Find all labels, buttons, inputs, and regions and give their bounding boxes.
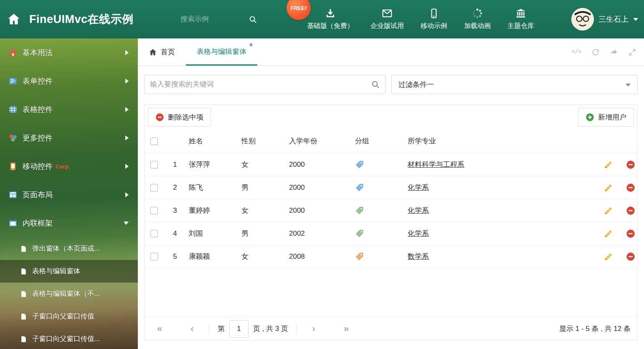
chevron-right-icon — [125, 135, 129, 140]
edit-button[interactable] — [604, 206, 613, 215]
page-number-input[interactable] — [229, 320, 248, 338]
sidebar-subitem-label: 子窗口向父窗口传值 — [32, 312, 94, 321]
cell-year: 2002 — [287, 222, 352, 245]
cell-name: 康颖颖 — [186, 245, 239, 268]
delete-button[interactable] — [626, 206, 635, 215]
sidebar-item-grid-controls[interactable]: 表格控件 — [0, 95, 138, 124]
major-link[interactable]: 化学系 — [408, 206, 429, 214]
major-link[interactable]: 数学系 — [408, 252, 429, 260]
iframe-icon — [8, 219, 18, 228]
minus-circle-icon — [155, 113, 164, 122]
tab-home[interactable]: 首页 — [138, 38, 186, 66]
sidebar-subitem-popup-window[interactable]: 弹出窗体（本页面或... — [0, 237, 138, 260]
sidebar-subitem-grid-edit-window[interactable]: 表格与编辑窗体 — [0, 260, 138, 283]
cell-name: 刘国 — [186, 222, 239, 245]
plus-circle-icon — [586, 113, 594, 122]
filter-dropdown[interactable]: 过滤条件一 — [391, 75, 638, 94]
nav-item-mobile-demo[interactable]: 移动示例 — [421, 8, 447, 31]
select-all-checkbox[interactable] — [150, 138, 158, 145]
last-page-button[interactable]: » — [338, 324, 355, 334]
tab-label: 表格与编辑窗体 — [197, 47, 246, 56]
search-icon[interactable] — [248, 15, 257, 24]
refresh-icon[interactable] — [591, 48, 600, 56]
edit-button[interactable] — [604, 252, 613, 261]
sidebar-item-basic-usage[interactable]: 基本用法 — [0, 38, 138, 67]
sidebar-item-label: 表单控件 — [23, 76, 53, 86]
sidebar-subitem-child-to-parent-2[interactable]: 子窗口向父窗口传值... — [0, 328, 138, 349]
delete-button[interactable] — [626, 160, 635, 169]
row-checkbox[interactable] — [150, 230, 158, 237]
row-checkbox[interactable] — [150, 184, 158, 191]
envelope-icon — [382, 8, 393, 19]
major-link[interactable]: 化学系 — [408, 183, 429, 191]
button-label: 删除选中项 — [168, 112, 203, 122]
table-row: 4 刘国 男 2002 化学系 — [145, 222, 637, 245]
search-icon[interactable] — [371, 80, 380, 89]
tab-grid-edit-window[interactable]: 表格与编辑窗体 × — [186, 38, 257, 66]
keyword-search — [144, 75, 385, 94]
close-icon[interactable]: × — [249, 42, 253, 48]
cell-year: 2000 — [287, 199, 352, 222]
divider — [209, 324, 209, 334]
major-link[interactable]: 化学系 — [408, 229, 429, 237]
home-icon — [7, 12, 21, 26]
add-user-button[interactable]: 新增用户 — [578, 108, 634, 127]
nav-item-label: 基础版（免费） — [307, 22, 354, 31]
user-menu[interactable]: 三生石上 — [571, 0, 638, 38]
spinner-icon — [472, 8, 483, 19]
open-in-new-icon[interactable] — [610, 48, 618, 56]
first-page-button[interactable]: « — [151, 324, 168, 334]
chevron-right-icon — [125, 192, 129, 197]
delete-button[interactable] — [626, 252, 635, 261]
main-area: 首页 表格与编辑窗体 × </> 过滤条件一 — [138, 38, 644, 349]
minus-circle-icon — [626, 206, 635, 215]
nav-item-theme-store[interactable]: 主题仓库 — [507, 8, 534, 31]
sidebar-item-iframe[interactable]: 内联框架 — [0, 209, 138, 237]
content: 过滤条件一 删除选中项 新增用户 — [138, 66, 644, 349]
sidebar-subitem-child-to-parent[interactable]: 子窗口向父窗口传值 — [0, 305, 138, 328]
row-index: 4 — [164, 222, 186, 245]
row-index: 3 — [164, 199, 186, 222]
header-search-input[interactable] — [180, 15, 248, 24]
sidebar-subitem-grid-edit-window-2[interactable]: 表格与编辑窗体（不... — [0, 283, 138, 305]
column-major: 所学专业 — [405, 130, 591, 153]
edit-button[interactable] — [604, 229, 613, 238]
tab-tools: </> — [571, 38, 636, 66]
nav-item-loading-animations[interactable]: 加载动画 — [464, 8, 491, 31]
fullscreen-icon[interactable] — [628, 48, 636, 56]
minus-circle-icon — [626, 229, 635, 238]
tab-bar: 首页 表格与编辑窗体 × </> — [138, 38, 644, 66]
shapes-icon — [8, 133, 18, 143]
edit-button[interactable] — [604, 183, 613, 192]
sidebar-item-mobile-controls[interactable]: 移动控件 Corp. — [0, 152, 138, 181]
row-checkbox[interactable] — [150, 161, 158, 168]
edit-button[interactable] — [604, 160, 613, 169]
major-link[interactable]: 材料科学与工程系 — [408, 160, 464, 168]
row-checkbox[interactable] — [150, 253, 158, 260]
sidebar-item-label: 更多控件 — [23, 133, 53, 143]
delete-button[interactable] — [626, 183, 635, 192]
next-page-button[interactable]: › — [305, 324, 322, 334]
grid-panel: 删除选中项 新增用户 姓名 性别 — [144, 104, 638, 341]
header-search — [180, 0, 267, 38]
row-checkbox[interactable] — [150, 207, 158, 214]
table-header-row: 姓名 性别 入学年份 分组 所学专业 — [145, 130, 637, 153]
sidebar-item-page-layout[interactable]: 页面布局 — [0, 181, 138, 209]
nav-item-basic-edition[interactable]: 基础版（免费） — [307, 8, 354, 31]
delete-button[interactable] — [626, 229, 635, 238]
delete-selected-button[interactable]: 删除选中项 — [148, 108, 211, 127]
sidebar-item-label: 移动控件 — [23, 161, 53, 171]
user-name: 三生石上 — [598, 14, 629, 24]
nav-item-enterprise-trial[interactable]: 企业版试用 — [370, 8, 404, 31]
sidebar-item-form-controls[interactable]: 表单控件 — [0, 67, 138, 95]
sidebar-item-more-controls[interactable]: 更多控件 — [0, 124, 138, 152]
cell-gender: 女 — [239, 199, 287, 222]
mobile-control-icon — [8, 162, 18, 171]
brand[interactable]: FineUIMvc在线示例 — [7, 0, 134, 38]
sidebar: 基本用法 表单控件 表格控件 更多控件 移动控件 Corp. 页面布局 内联框架… — [0, 38, 138, 349]
prev-page-button[interactable]: ‹ — [184, 324, 200, 334]
source-code-icon[interactable]: </> — [571, 48, 581, 56]
keyword-search-input[interactable] — [144, 75, 385, 94]
table-row: 5 康颖颖 女 2008 数学系 — [145, 245, 637, 268]
tag-icon — [355, 229, 364, 238]
